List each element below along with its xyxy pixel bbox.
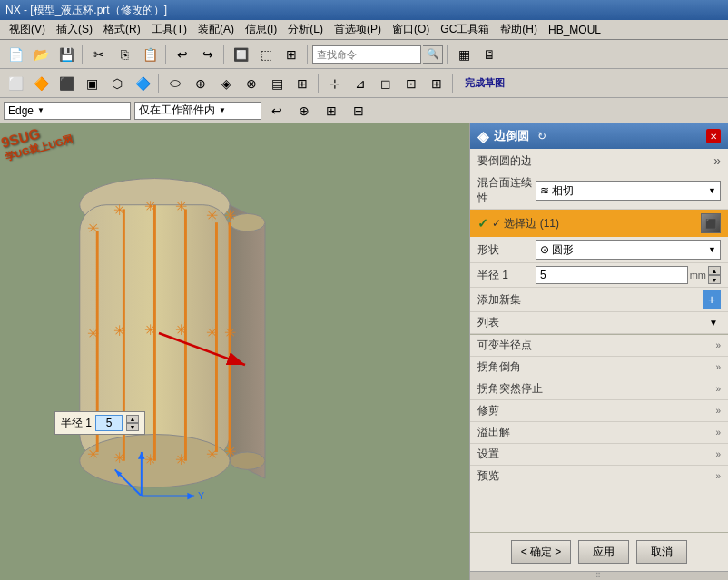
menu-view[interactable]: 视图(V) [4,20,51,39]
addset-row: 添加新集 + [470,288,728,312]
resize-grip[interactable]: ⠿ [470,571,728,580]
screen-btn[interactable]: 🖥 [477,44,501,65]
search-input[interactable] [312,45,421,64]
corner-angle-row[interactable]: 拐角倒角 [470,357,728,378]
yaopianyuan-label: 要倒圆的边 [477,153,710,169]
app-title: NX - [模型_液压杯.prt（修改的）] [5,3,167,18]
svg-text:✳: ✳ [206,447,218,462]
tool-2[interactable]: 🔶 [29,73,53,94]
sel-btn-4[interactable]: ⊟ [347,100,370,122]
yichuzheshu-label: 溢出解 [477,425,715,440]
inline-radius-spinner[interactable]: ▲ ▼ [126,415,139,431]
selected-edge-row[interactable]: ✓ ✓ 选择边 (11) ⬛ [470,210,728,237]
menu-info[interactable]: 信息(I) [240,20,282,39]
tool-1[interactable]: ⬜ [4,73,27,94]
ok-button[interactable]: < 确定 > [511,540,572,564]
tool-14[interactable]: ⊿ [349,73,372,94]
hunhemian-value: 相切 [552,183,574,199]
menu-window[interactable]: 窗口(O) [387,20,435,39]
redo-button[interactable]: ↪ [196,44,220,65]
banjing-spinner[interactable]: ▲ ▼ [708,266,721,284]
sketch-complete[interactable]: 完成草图 [457,73,512,94]
selectionbar: Edge ▼ 仅在工作部件内 ▼ ↩ ⊕ ⊞ ⊟ [0,98,728,123]
layout-btn[interactable]: ▦ [452,44,476,65]
toolbar-row-1: 📄 📂 💾 ✂ ⎘ 📋 ↩ ↪ 🔲 ⬚ ⊞ 🔍 ▦ 🖥 [0,40,728,69]
variable-radius-expand [715,340,721,350]
banjing-unit: mm [690,270,706,280]
xingzhuang-label: 形状 [477,242,532,258]
menu-gc[interactable]: GC工具箱 [435,20,495,39]
menu-insert[interactable]: 插入(S) [51,20,98,39]
hunhemian-icon: ≋ [540,184,549,197]
tool-3[interactable]: ⬛ [54,73,78,94]
undo-button[interactable]: ↩ [171,44,194,65]
sel-btn-2[interactable]: ⊕ [292,100,316,122]
xiujian-row[interactable]: 修剪 [470,400,728,422]
tool-7[interactable]: ⬭ [163,73,187,94]
cube-icon[interactable]: ⬛ [701,213,721,233]
tool-17[interactable]: ⊞ [425,73,448,94]
shezhi-row[interactable]: 设置 [470,444,728,466]
inline-radius-up[interactable]: ▲ [126,415,139,423]
selected-edge-text: ✓ 选择边 (11) [492,216,697,231]
hunhemian-dropdown[interactable]: ≋ 相切 ▼ [536,181,721,201]
new-button[interactable]: 📄 [4,44,27,65]
sel-btn-1[interactable]: ↩ [265,100,289,122]
search-button[interactable]: 🔍 [423,45,443,64]
paste-button[interactable]: 📋 [138,44,162,65]
tool-8[interactable]: ⊕ [189,73,212,94]
yulan-row[interactable]: 预览 [470,466,728,487]
tool-11[interactable]: ▤ [265,73,289,94]
menu-hb[interactable]: HB_MOUL [543,22,606,38]
sel-btn-3[interactable]: ⊞ [320,100,343,122]
edge-type-label: Edge [8,104,34,117]
hunhemian-label: 混合面连续性 [477,175,532,206]
view-btn-2[interactable]: ⬚ [254,44,278,65]
svg-text:✳: ✳ [206,208,218,223]
cancel-button[interactable]: 取消 [636,540,687,564]
banjing-input[interactable] [536,266,688,284]
filter-dropdown[interactable]: 仅在工作部件内 ▼ [134,102,261,120]
inline-radius-box: 半径 1 ▲ ▼ [54,411,145,435]
tool-13[interactable]: ⊹ [323,73,347,94]
banjing-spin-up[interactable]: ▲ [708,266,721,275]
banjing-spin-down[interactable]: ▼ [708,275,721,284]
inline-radius-down[interactable]: ▼ [126,423,139,431]
cut-button[interactable]: ✂ [87,44,111,65]
yulan-label: 预览 [477,468,715,484]
panel-refresh-button[interactable]: ↻ [535,129,549,143]
menu-preferences[interactable]: 首选项(P) [329,20,387,39]
menu-help[interactable]: 帮助(H) [495,20,543,39]
separator-5 [447,45,448,64]
save-button[interactable]: 💾 [54,44,78,65]
menu-tools[interactable]: 工具(T) [146,20,192,39]
tool-6[interactable]: 🔷 [131,73,154,94]
menu-analysis[interactable]: 分析(L) [282,20,329,39]
edge-type-dropdown[interactable]: Edge ▼ [4,102,131,120]
tool-5[interactable]: ⬡ [105,73,129,94]
panel-close-button[interactable]: ✕ [706,129,721,143]
tool-16[interactable]: ⊡ [399,73,423,94]
variable-radius-row[interactable]: 可变半径点 [470,335,728,357]
tool-15[interactable]: ◻ [374,73,398,94]
tool-9[interactable]: ◈ [214,73,238,94]
view-btn-3[interactable]: ⊞ [280,44,303,65]
viewport-3d[interactable]: 9SUG 学UG就上UG网 [0,123,469,580]
hunhemian-row: 混合面连续性 ≋ 相切 ▼ [470,172,728,210]
addset-button[interactable]: + [703,290,721,309]
menu-assembly[interactable]: 装配(A) [192,20,240,39]
list-dropdown[interactable]: ▼ [706,316,721,330]
svg-text:✳: ✳ [224,208,236,223]
view-btn-1[interactable]: 🔲 [229,44,252,65]
xingzhuang-dropdown[interactable]: ⊙ 圆形 ▼ [536,240,721,260]
inline-radius-input[interactable] [95,415,123,431]
corner-stop-row[interactable]: 拐角突然停止 [470,378,728,400]
tool-10[interactable]: ⊗ [240,73,263,94]
tool-4[interactable]: ▣ [80,73,103,94]
yichuzheshu-row[interactable]: 溢出解 [470,422,728,444]
tool-12[interactable]: ⊞ [290,73,314,94]
copy-button[interactable]: ⎘ [113,44,136,65]
apply-button[interactable]: 应用 [578,540,629,564]
open-button[interactable]: 📂 [29,44,53,65]
menu-format[interactable]: 格式(R) [98,20,146,39]
